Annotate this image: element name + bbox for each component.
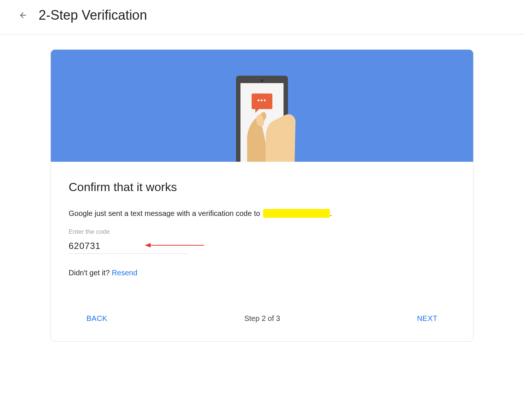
message-bubble-icon: •••: [252, 93, 272, 109]
description-prefix: Google just sent a text message with a v…: [69, 209, 260, 218]
code-input-group: Enter the code: [69, 228, 455, 254]
step-indicator: Step 2 of 3: [244, 314, 280, 323]
content-wrapper: ••• Confirm that it works Google just se…: [0, 35, 524, 357]
description-text: Google just sent a text message with a v…: [69, 209, 455, 218]
phone-icon: •••: [236, 76, 288, 162]
code-input-label: Enter the code: [69, 228, 455, 236]
back-arrow-icon[interactable]: [19, 11, 27, 20]
footer-row: BACK Step 2 of 3 NEXT: [69, 311, 455, 327]
code-input[interactable]: [69, 239, 187, 254]
section-title: Confirm that it works: [69, 180, 455, 194]
resend-link[interactable]: Resend: [112, 269, 137, 277]
verification-card: ••• Confirm that it works Google just se…: [50, 49, 474, 342]
page-header: 2-Step Verification: [0, 0, 524, 35]
card-body: Confirm that it works Google just sent a…: [51, 162, 473, 341]
resend-prompt: Didn't get it?: [69, 269, 110, 277]
back-button[interactable]: BACK: [83, 311, 110, 327]
banner-illustration: •••: [51, 50, 473, 162]
page-title: 2-Step Verification: [39, 7, 147, 23]
next-button[interactable]: NEXT: [414, 311, 441, 327]
resend-row: Didn't get it? Resend: [69, 269, 455, 277]
description-suffix: .: [330, 209, 332, 218]
redacted-phone: [263, 209, 330, 218]
